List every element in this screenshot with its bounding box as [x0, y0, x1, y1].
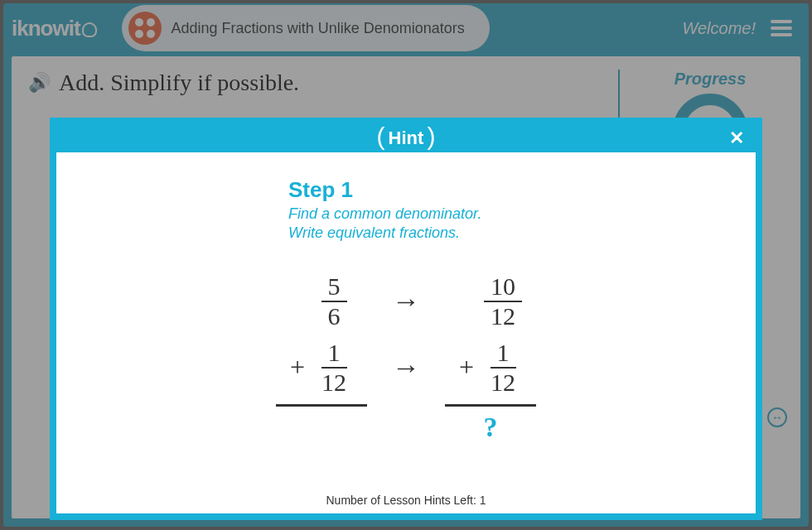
- left-column: + 5 6 + 1 12: [276, 268, 367, 443]
- paren-right: ): [427, 123, 435, 151]
- fraction-right-bottom: 1 12: [484, 340, 522, 395]
- den: 12: [315, 369, 353, 395]
- right-bottom-row: + 1 12: [459, 335, 522, 401]
- hint-instruction-line1: Find a common denominator.: [288, 205, 481, 222]
- den: 12: [484, 302, 522, 329]
- plus-sign: +: [459, 352, 474, 383]
- hint-header: ( Hint ) ✕: [56, 124, 756, 152]
- hint-modal: ( Hint ) ✕ Step 1 Find a common denomina…: [50, 118, 762, 520]
- hint-instruction-line2: Write equivalent fractions.: [288, 224, 460, 241]
- plus-sign: +: [290, 352, 305, 383]
- arrow-icon: →: [392, 352, 420, 383]
- num: 1: [491, 340, 516, 369]
- hint-instruction: Find a common denominator. Write equival…: [288, 205, 706, 243]
- sum-line-right: [445, 404, 536, 407]
- num: 1: [321, 340, 347, 369]
- close-icon[interactable]: ✕: [729, 128, 744, 149]
- fraction-left-bottom: 1 12: [315, 340, 353, 395]
- sum-line-left: [276, 404, 367, 407]
- arrow-column: → →: [392, 268, 420, 443]
- hint-title: Hint: [389, 128, 424, 149]
- hint-math: + 5 6 + 1 12 → →: [106, 268, 706, 443]
- arrow-top: →: [392, 268, 420, 335]
- den: 12: [484, 369, 522, 395]
- right-column: + 10 12 + 1 12 ?: [445, 268, 536, 443]
- left-bottom-row: + 1 12: [290, 335, 353, 401]
- num: 10: [484, 274, 522, 302]
- left-top-row: + 5 6: [296, 268, 346, 335]
- right-top-row: + 10 12: [459, 268, 522, 335]
- fraction-left-top: 5 6: [321, 274, 347, 329]
- den: 6: [321, 302, 347, 329]
- num: 5: [321, 274, 347, 302]
- arrow-bottom: →: [392, 335, 420, 401]
- arrow-icon: →: [392, 286, 420, 317]
- fraction-right-top: 10 12: [484, 274, 522, 329]
- paren-left: (: [377, 123, 385, 151]
- hints-left-label: Number of Lesson Hints Left: 1: [56, 487, 756, 513]
- hint-step-label: Step 1: [288, 177, 706, 203]
- result-placeholder: ?: [484, 412, 498, 443]
- hint-body: Step 1 Find a common denominator. Write …: [56, 152, 756, 487]
